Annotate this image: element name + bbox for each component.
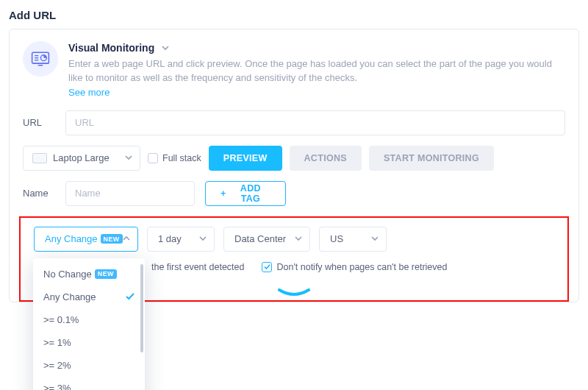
chevron-down-icon (125, 152, 132, 163)
actions-button[interactable]: ACTIONS (290, 146, 362, 171)
device-select[interactable]: Laptop Large (23, 146, 140, 171)
card-title: Visual Monitoring (68, 42, 154, 54)
url-label: URL (23, 117, 55, 128)
full-stack-checkbox[interactable]: Full stack (148, 153, 201, 163)
change-sensitivity-select[interactable]: Any Change NEW No ChangeNEW Any Change >… (34, 227, 138, 252)
chevron-up-icon (123, 233, 130, 244)
dropdown-item[interactable]: >= 1% (33, 331, 145, 354)
new-badge: NEW (101, 234, 123, 244)
page-title: Add URL (9, 9, 579, 21)
card-description: Enter a web page URL and click preview. … (68, 57, 565, 85)
checkbox-empty-icon (148, 153, 158, 163)
dropdown-item[interactable]: Any Change (33, 286, 145, 308)
add-tag-button[interactable]: + ADD TAG (205, 181, 286, 206)
dropdown-item[interactable]: >= 0.1% (33, 308, 145, 331)
name-input[interactable] (65, 181, 195, 206)
dropdown-item[interactable]: >= 2% (33, 354, 145, 377)
preview-button[interactable]: PREVIEW (209, 146, 282, 171)
new-badge: NEW (95, 269, 117, 279)
chevron-down-icon[interactable] (162, 41, 169, 54)
dropdown-item[interactable]: No ChangeNEW (33, 263, 145, 286)
highlighted-region: Any Change NEW No ChangeNEW Any Change >… (19, 216, 569, 302)
see-more-link[interactable]: See more (68, 87, 110, 98)
chevron-down-icon (295, 233, 302, 244)
monitoring-card: Visual Monitoring Enter a web page URL a… (9, 29, 579, 302)
url-input[interactable] (65, 110, 565, 135)
change-sensitivity-dropdown: No ChangeNEW Any Change >= 0.1% >= 1% >=… (33, 258, 145, 390)
start-monitoring-button[interactable]: START MONITORING (369, 146, 494, 171)
device-icon (32, 153, 47, 163)
location-select[interactable]: US (319, 227, 387, 252)
chevron-down-icon (371, 233, 379, 244)
location-type-select[interactable]: Data Center (223, 227, 310, 252)
suspend-after-first-label: the first event detected (151, 262, 244, 272)
checkbox-checked-icon (262, 262, 272, 272)
frequency-select[interactable]: 1 day (147, 227, 215, 252)
visual-monitoring-icon (23, 41, 58, 77)
chevron-down-icon (199, 233, 207, 244)
expand-icon[interactable] (278, 287, 310, 296)
dropdown-item[interactable]: >= 3% (33, 377, 145, 390)
check-icon (126, 291, 135, 302)
name-label: Name (23, 188, 55, 199)
plus-icon: + (220, 188, 226, 199)
dont-notify-checkbox[interactable]: Don't notify when pages can't be retriev… (262, 262, 447, 272)
